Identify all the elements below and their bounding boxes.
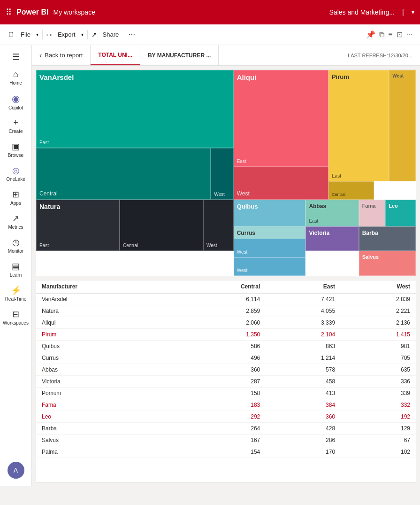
sidebar-item-apps[interactable]: ⊞ Apps [2,186,30,209]
table-row[interactable]: Natura2,8594,0552,221 [36,305,416,317]
table-cell-central: 264 [175,423,266,435]
treemap-cell-west[interactable]: West [211,148,234,200]
sidebar-item-menu[interactable]: ☰ [2,49,30,65]
table-cell-west: 2,221 [341,305,416,317]
treemap-cell-victoria[interactable]: Victoria [305,226,359,251]
treemap-cell-aliqui[interactable]: AliquiEast [234,70,328,167]
table-cell-central: 154 [175,446,266,458]
export-button[interactable]: Export [54,29,79,40]
treemap-cell-fama[interactable]: Fama [359,200,386,226]
table-cell-central: 586 [175,341,266,352]
sidebar-label-onelake: OneLake [6,177,25,182]
sidebar-label-learn: Learn [10,272,22,278]
table-cell-name: Pirum [36,329,175,341]
col-manufacturer: Manufacturer [36,280,175,293]
table-row[interactable]: Victoria287458336 [36,376,416,388]
table-cell-west: 1,415 [341,329,416,341]
sidebar-item-browse[interactable]: ▣ Browse [2,139,30,161]
grid-icon[interactable]: ⠿ [6,7,12,17]
data-table: Manufacturer Central East West [36,280,416,482]
filter-icon: ≡ [388,31,392,39]
treemap-cell-salvus[interactable]: Salvus [359,251,416,276]
treemap-cell-leo[interactable]: Leo [385,200,416,226]
learn-icon: ▤ [12,261,20,272]
table-cell-west: 705 [341,352,416,364]
workspace-label[interactable]: My workspace [53,8,95,16]
sidebar-item-realtime[interactable]: ⚡ Real-Time [2,282,30,304]
file-icon: 🗋 [8,31,15,39]
monitor-icon: ◷ [12,237,20,248]
table-row[interactable]: Pirum1,3502,1041,415 [36,329,416,341]
menu-icon: ☰ [12,52,20,62]
treemap-cell-central[interactable]: Central [36,148,211,200]
export-icon: ↦ [46,31,52,39]
table-row[interactable]: Barba264428129 [36,423,416,435]
table-cell-east: 413 [266,388,341,399]
sidebar-item-metrics[interactable]: ↗ Metrics [2,210,30,233]
sidebar-label-create: Create [8,129,23,134]
table-row[interactable]: VanArsdel6,1147,4212,839 [36,293,416,305]
toolbar-separator-1 [42,30,43,39]
sidebar-item-onelake[interactable]: ◎ OneLake [2,163,30,185]
share-button[interactable]: Share [99,29,123,40]
sidebar-label-metrics: Metrics [8,225,23,230]
treemap-chart[interactable]: VanArsdel East Central West Aliqui East … [36,70,416,276]
sidebar-item-monitor[interactable]: ◷ Monitor [2,234,30,256]
treemap-cell-sub[interactable]: West [234,239,306,257]
treemap-cell-sub[interactable]: Central [120,200,203,251]
table-row[interactable]: Palma154170102 [36,446,416,458]
sidebar-item-create[interactable]: + Create [2,115,30,137]
treemap-cell-west[interactable]: West [234,167,328,200]
tab-by-manufacturer[interactable]: BY MANUFACTURER ... [140,45,219,65]
treemap-cell-pirum[interactable]: PirumEast [328,70,389,181]
treemap-cell-central[interactable]: Central [328,181,374,200]
metrics-icon: ↗ [12,213,19,224]
table-cell-west: 2,136 [341,317,416,329]
table-row[interactable]: Abbas360578635 [36,364,416,376]
sidebar-label-monitor: Monitor [8,249,23,254]
treemap-cell-vanarsdel[interactable]: VanArsdelEast [36,70,234,148]
col-manufacturer-label: Manufacturer [42,283,77,290]
table-cell-east: 286 [266,435,341,446]
report-title: Sales and Marketing... [329,8,395,16]
treemap-cell-natura[interactable]: NaturaEast [36,200,120,251]
table-row[interactable]: Pomum158413339 [36,388,416,399]
treemap-cell-barba[interactable]: Barba [359,226,416,251]
sidebar-item-learn[interactable]: ▤ Learn [2,258,30,280]
table-row[interactable]: Quibus586863981 [36,341,416,352]
table-cell-central: 158 [175,388,266,399]
table-cell-west: 981 [341,341,416,352]
table-row[interactable]: Salvus16728667 [36,435,416,446]
treemap-cell-sub[interactable]: West [234,257,306,276]
table-cell-east: 578 [266,364,341,376]
table-cell-east: 360 [266,411,341,423]
table-cell-east: 428 [266,423,341,435]
back-arrow-icon: ‹ [39,51,42,60]
table-row[interactable]: Currus4961,214705 [36,352,416,364]
sidebar-label-realtime: Real-Time [5,296,27,302]
user-avatar[interactable]: A [8,462,24,479]
sidebar-item-workspaces[interactable]: ⊟ Workspaces [2,306,30,328]
table-row[interactable]: Fama183384332 [36,399,416,411]
treemap-cell-west[interactable]: West [389,70,416,181]
table-row[interactable]: Aliqui2,0603,3392,136 [36,317,416,329]
copilot-icon: ◉ [12,93,20,104]
col-west-label: West [397,283,410,290]
refresh-text: LAST REFRESH:12/30/20... [348,53,412,58]
file-button[interactable]: File [17,29,34,40]
tab-total-units[interactable]: TOTAL UNI... [91,45,140,65]
table-cell-central: 183 [175,399,266,411]
more-button[interactable]: ··· [124,28,139,41]
table-cell-central: 1,350 [175,329,266,341]
table-cell-east: 4,055 [266,305,341,317]
treemap-cell-abbas[interactable]: AbbasEast [305,200,359,226]
sidebar-label-workspaces: Workspaces [3,320,29,326]
title-chevron-icon[interactable]: ▾ [412,9,414,16]
sidebar-item-copilot[interactable]: ◉ Copilot [2,90,30,113]
back-to-report-button[interactable]: ‹ Back to report [32,45,91,65]
onelake-icon: ◎ [12,165,20,176]
treemap-cell-sub[interactable]: West [203,200,234,251]
table-cell-east: 863 [266,341,341,352]
sidebar-item-home[interactable]: ⌂ Home [2,67,30,88]
table-row[interactable]: Leo292360192 [36,411,416,423]
